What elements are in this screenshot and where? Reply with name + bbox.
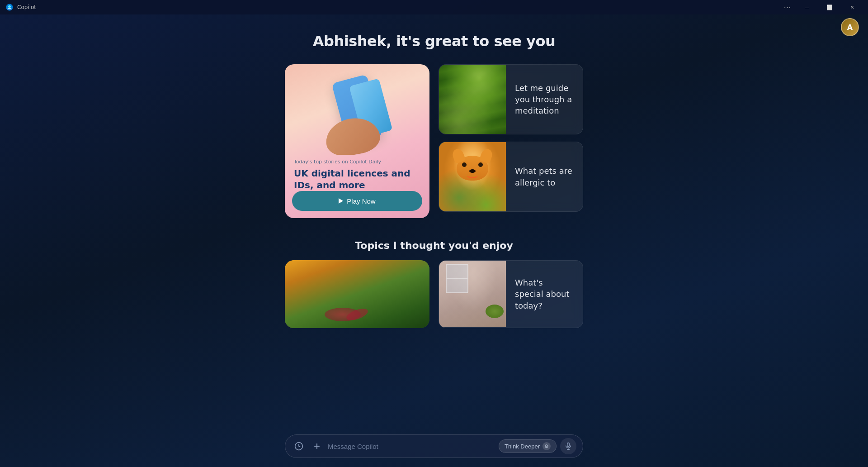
daily-card-illustration (285, 64, 429, 155)
microphone-icon (564, 442, 572, 450)
play-icon (339, 198, 343, 204)
plant-leaves (486, 305, 504, 318)
titlebar: Copilot ⋯ — ⬜ ✕ (0, 0, 868, 14)
copilot-logo-icon (5, 3, 14, 11)
corgi-nose (469, 169, 476, 173)
meditation-image (439, 64, 506, 134)
message-bar: Think Deeper ⚙ (285, 434, 583, 458)
topics-section: Topics I thought you'd enjoy What's spec… (285, 240, 583, 328)
suggestion-card-pets[interactable]: What pets are allergic to (439, 142, 583, 212)
pets-card-image (439, 142, 506, 212)
restore-button[interactable]: ⬜ (819, 0, 840, 14)
topic-card-today[interactable]: What's special about today? (439, 260, 583, 328)
corgi-ear-right (479, 148, 494, 164)
close-button[interactable]: ✕ (842, 0, 863, 14)
today-card-text: What's special about today? (506, 277, 583, 311)
topic-card-large[interactable] (285, 260, 429, 328)
cards-row: Today's top stories on Copilot Daily UK … (285, 64, 583, 218)
meditation-card-text: Let me guide you through a meditation (506, 82, 583, 117)
suggestion-card-meditation[interactable]: Let me guide you through a meditation (439, 64, 583, 134)
message-input[interactable] (328, 443, 495, 450)
window-shape (446, 264, 468, 293)
daily-headline: UK digital licences and IDs, and more (294, 167, 420, 191)
think-deeper-button[interactable]: Think Deeper ⚙ (499, 439, 557, 453)
titlebar-left: Copilot (5, 3, 36, 11)
corgi-eye-left (462, 162, 467, 167)
play-button-label: Play Now (347, 197, 375, 205)
corgi-image (439, 142, 506, 212)
corgi-ear-left (451, 148, 466, 164)
today-card-image (439, 260, 506, 328)
topics-title: Topics I thought you'd enjoy (355, 240, 513, 251)
topics-row: What's special about today? (285, 260, 583, 328)
minimize-button[interactable]: — (797, 0, 817, 14)
plus-icon (312, 442, 321, 451)
corgi-head (457, 156, 488, 181)
add-button[interactable] (310, 439, 324, 453)
history-button[interactable] (292, 439, 306, 453)
daily-label: Today's top stories on Copilot Daily (294, 159, 420, 165)
corgi-face (457, 156, 488, 183)
corgi-eye-right (478, 162, 483, 167)
history-icon (294, 442, 303, 451)
greeting-heading: Abhishek, it's great to see you (313, 33, 555, 50)
microphone-button[interactable] (560, 438, 576, 454)
right-cards: Let me guide you through a meditation (439, 64, 583, 218)
main-content: Abhishek, it's great to see you Today's … (0, 14, 868, 467)
think-deeper-label: Think Deeper (505, 443, 540, 450)
play-now-button[interactable]: Play Now (292, 191, 422, 211)
daily-card[interactable]: Today's top stories on Copilot Daily UK … (285, 64, 429, 218)
think-deeper-gear-icon: ⚙ (542, 442, 551, 450)
pets-card-text: What pets are allergic to (506, 165, 583, 188)
more-options-button[interactable]: ⋯ (780, 0, 795, 14)
today-image (439, 260, 506, 327)
titlebar-title: Copilot (17, 4, 36, 10)
svg-rect-3 (567, 443, 570, 447)
titlebar-controls: ⋯ — ⬜ ✕ (780, 0, 863, 14)
meditation-card-image (439, 64, 506, 134)
phone-hand-illustration (326, 73, 389, 155)
corgi-mouth (467, 173, 478, 178)
